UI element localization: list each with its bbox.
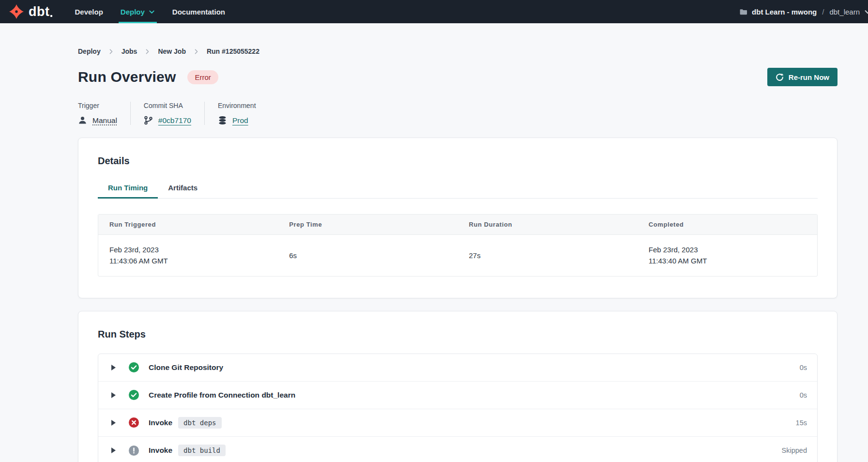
column-header-completed: Completed [638, 215, 817, 235]
meta-environment: Environment Prod [218, 102, 269, 125]
step-duration: 15s [796, 419, 807, 427]
meta-commit: Commit SHA #0cb7170 [144, 102, 205, 125]
error-x-icon [129, 417, 139, 428]
cell-completed: Feb 23rd, 2023 11:43:40 AM GMT [638, 235, 817, 276]
step-label: Invoke [149, 446, 172, 455]
refresh-icon [776, 73, 784, 81]
step-command-chip: dbt deps [178, 417, 221, 429]
breadcrumb-deploy[interactable]: Deploy [78, 47, 101, 55]
nav-item-documentation[interactable]: Documentation [164, 0, 234, 23]
rerun-now-button[interactable]: Re-run Now [767, 68, 838, 86]
skipped-exclamation-icon [129, 446, 139, 456]
top-nav: dbt Develop Deploy Documentation dbt Lea… [0, 0, 868, 23]
git-branch-icon [144, 116, 153, 125]
nav-item-label: Develop [75, 8, 103, 16]
run-steps-title: Run Steps [98, 329, 818, 340]
chevron-down-icon [149, 9, 155, 15]
step-duration: 0s [800, 391, 807, 399]
page-content: Deploy Jobs New Job Run #125055222 Run O… [78, 23, 838, 462]
account-project-switcher[interactable]: dbt Learn - mwong / dbt_learn [739, 0, 868, 23]
step-label: Invoke [149, 418, 172, 427]
caret-right-icon[interactable] [111, 447, 116, 453]
chevron-right-icon [144, 48, 151, 55]
table-row: Feb 23rd, 2023 11:43:06 AM GMT 6s 27s Fe… [98, 235, 817, 276]
nav-item-label: Documentation [172, 8, 225, 16]
chevron-right-icon [108, 48, 114, 55]
run-triggered-date: Feb 23rd, 2023 [109, 244, 267, 255]
run-steps-list: Clone Git Repository 0s Create Profile f… [98, 354, 818, 462]
column-header-prep-time: Prep Time [278, 215, 457, 235]
step-duration: Skipped [782, 447, 807, 454]
nav-links: Develop Deploy Documentation [66, 0, 234, 23]
folder-icon [739, 8, 747, 16]
step-row-create-profile[interactable]: Create Profile from Connection dbt_learn… [98, 382, 817, 409]
page-title: Run Overview [78, 69, 176, 85]
nav-item-label: Deploy [121, 8, 145, 16]
brand-wordmark: dbt [29, 4, 52, 19]
run-timing-table: Run Triggered Prep Time Run Duration Com… [98, 214, 818, 277]
meta-trigger-label: Trigger [78, 102, 117, 109]
person-icon [78, 116, 87, 125]
column-header-run-duration: Run Duration [458, 215, 638, 235]
dbt-logo[interactable]: dbt [0, 0, 66, 23]
completed-date: Feb 23rd, 2023 [649, 244, 806, 255]
breadcrumb: Deploy Jobs New Job Run #125055222 [78, 23, 838, 55]
run-triggered-time: 11:43:06 AM GMT [109, 255, 267, 266]
breadcrumb-run-number[interactable]: Run #125055222 [207, 47, 259, 55]
title-row: Run Overview Error Re-run Now [78, 68, 838, 86]
nav-item-develop[interactable]: Develop [66, 0, 111, 23]
caret-right-icon[interactable] [111, 420, 116, 426]
step-command-chip: dbt build [178, 445, 226, 456]
meta-commit-link[interactable]: #0cb7170 [158, 116, 191, 125]
details-tabs: Run Timing Artifacts [98, 178, 818, 199]
success-check-icon [129, 362, 139, 372]
details-title: Details [98, 155, 818, 167]
column-header-run-triggered: Run Triggered [98, 215, 278, 235]
cell-run-triggered: Feb 23rd, 2023 11:43:06 AM GMT [98, 235, 278, 276]
tab-run-timing[interactable]: Run Timing [98, 178, 158, 199]
status-badge: Error [187, 70, 218, 84]
meta-commit-label: Commit SHA [144, 102, 191, 109]
step-label: Clone Git Repository [149, 363, 223, 372]
dbt-logo-icon [9, 4, 24, 19]
completed-time: 11:43:40 AM GMT [649, 255, 806, 266]
account-environment-name: dbt_learn [829, 8, 860, 16]
nav-spacer [234, 0, 739, 23]
account-separator: / [821, 8, 825, 16]
step-row-clone-git-repository[interactable]: Clone Git Repository 0s [98, 354, 817, 382]
breadcrumb-new-job[interactable]: New Job [158, 47, 186, 55]
run-steps-card: Run Steps Clone Git Repository 0s [78, 311, 838, 462]
meta-environment-link[interactable]: Prod [232, 116, 248, 125]
account-project-name: dbt Learn - mwong [752, 8, 817, 16]
chevron-right-icon [193, 48, 199, 55]
details-card: Details Run Timing Artifacts Run Trigger… [78, 138, 838, 298]
nav-item-deploy[interactable]: Deploy [112, 0, 164, 23]
meta-environment-label: Environment [218, 102, 256, 109]
step-label: Create Profile from Connection dbt_learn [149, 391, 295, 400]
cell-run-duration: 27s [458, 235, 638, 276]
step-row-invoke-dbt-deps[interactable]: Invoke dbt deps 15s [98, 409, 817, 437]
cell-prep-time: 6s [278, 235, 457, 276]
breadcrumb-jobs[interactable]: Jobs [122, 47, 137, 55]
meta-trigger-value: Manual [92, 116, 117, 125]
meta-trigger: Trigger Manual [78, 102, 131, 125]
caret-right-icon[interactable] [111, 392, 116, 398]
run-meta: Trigger Manual Commit SHA [78, 102, 838, 125]
chevron-down-icon [864, 8, 868, 15]
rerun-now-label: Re-run Now [789, 73, 829, 81]
tab-artifacts[interactable]: Artifacts [158, 178, 208, 199]
caret-right-icon[interactable] [111, 365, 116, 370]
step-row-invoke-dbt-build[interactable]: Invoke dbt build Skipped [98, 437, 817, 462]
step-duration: 0s [800, 364, 807, 371]
database-icon [218, 116, 227, 125]
success-check-icon [129, 390, 139, 400]
